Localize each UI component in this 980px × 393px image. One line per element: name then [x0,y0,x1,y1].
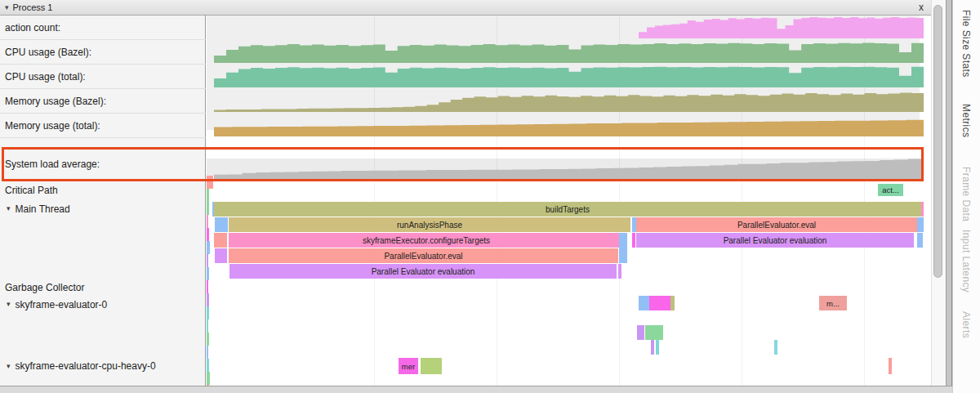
critical-path-event[interactable] [207,319,208,333]
trace-span[interactable] [917,217,924,232]
event-slice[interactable] [651,340,654,355]
critical-path-event[interactable] [207,202,209,215]
trace-span[interactable] [619,233,627,263]
track-label-panel: action count:CPU usage (Bazel):CPU usage… [0,16,206,386]
critical-path-slice-act[interactable]: act... [878,184,903,196]
critical-path-event[interactable] [207,176,213,189]
track-label-memory-usage-bazel: Memory usage (Bazel): [0,89,206,114]
track-label-critical-path: Critical Path [0,181,206,199]
counter-chart-action-count [639,17,924,38]
trace-span[interactable] [632,233,635,248]
critical-path-event[interactable] [207,306,209,319]
event-slice[interactable] [656,340,659,355]
critical-path-event[interactable] [207,293,209,306]
critical-path-event[interactable] [207,241,210,254]
process-title: Process 1 [13,2,53,12]
trace-span-parallel-evaluator-evaluation[interactable]: Parallel Evaluator evaluation [636,233,914,248]
counter-chart-mem-bazel [214,91,924,112]
tab-frame-data[interactable]: Frame Data [960,167,972,218]
critical-path-event[interactable] [207,359,209,372]
trace-span-buildtargets[interactable]: buildTargets [214,202,921,217]
track-label-action-count: action count: [0,16,206,40]
event-slice[interactable] [774,340,777,355]
expand-triangle-icon[interactable]: ▾ [7,363,11,370]
track-label-text: skyframe-evaluator-cpu-heavy-0 [16,360,156,372]
process-header[interactable]: ▾ Process 1 x [0,0,931,16]
trace-span-runanalysisphase[interactable]: runAnalysisPhase [229,217,630,232]
track-label-system-load-average: System load average: [0,148,206,181]
event-slice[interactable] [645,325,663,340]
event-slice-m[interactable]: m... [819,296,847,310]
trace-span[interactable] [921,202,924,217]
track-label-skyframe-evaluator-0[interactable]: ▾skyframe-evaluator-0 [0,296,206,313]
critical-path-event[interactable] [207,267,209,280]
event-slice[interactable] [637,325,644,340]
tab-file-size-stats[interactable]: File Size Stats [960,10,972,88]
critical-path-event[interactable] [207,254,208,267]
counter-chart-system-load [214,152,922,179]
expand-triangle-icon[interactable]: ▾ [7,301,11,308]
trace-span[interactable] [917,233,923,248]
trace-viewer: ▾ Process 1 x action count:CPU usage (Ba… [0,0,980,393]
track-label-text: Main Thread [16,203,70,215]
event-slice-mer[interactable]: mer [399,358,418,374]
vertical-scrollbar-thumb[interactable] [933,5,942,278]
counter-chart-cpu-total [214,66,924,87]
trace-span-parallelevaluator-eval[interactable]: ParallelEvaluator.eval [636,217,917,232]
trace-span[interactable] [215,217,228,232]
critical-path-event[interactable] [207,228,209,241]
critical-path-event[interactable] [207,280,208,293]
track-label-garbage-collector: Garbage Collector [0,280,206,295]
expand-triangle-icon[interactable]: ▾ [7,205,11,212]
tab-metrics[interactable]: Metrics [960,104,972,141]
track-label-text: System load average: [5,159,100,170]
counter-chart-mem-total [214,115,924,136]
critical-path-event[interactable] [207,189,209,202]
event-slice[interactable] [889,358,892,374]
trace-span-parallelevaluator-eval[interactable]: ParallelEvaluator.eval [229,248,618,263]
track-label-text: skyframe-evaluator-0 [16,299,108,310]
trace-span-parallel-evaluator-evaluation[interactable]: Parallel Evaluator evaluation [229,264,617,279]
right-tab-strip: File Size StatsMetricsFrame DataInput La… [952,0,980,393]
collapse-triangle-icon[interactable]: ▾ [5,4,9,11]
critical-path-event[interactable] [207,372,210,385]
trace-span[interactable] [618,264,621,279]
track-label-memory-usage-total: Memory usage (total): [0,114,206,138]
track-label-text: Memory usage (Bazel): [5,96,106,107]
track-label-main-thread[interactable]: ▾Main Thread [0,200,206,217]
track-label-text: Memory usage (total): [5,120,100,132]
trace-span[interactable] [214,233,227,248]
track-label-cpu-usage-total: CPU usage (total): [0,65,206,89]
event-slice[interactable] [639,296,649,310]
track-label-text: Critical Path [5,185,58,196]
trace-span-skyframeexecutor-configuretargets[interactable]: skyframeExecutor.configureTargets [229,233,624,248]
track-label-skyframe-evaluator-cpu-heavy-0[interactable]: ▾skyframe-evaluator-cpu-heavy-0 [0,357,206,375]
track-label-text: CPU usage (total): [5,71,86,83]
track-label-text: action count: [5,22,60,33]
timeline-canvas[interactable]: act...buildTargetsrunAnalysisPhaseParall… [207,16,931,386]
event-slice[interactable] [670,296,675,310]
track-label-text: Garbage Collector [5,282,84,293]
horizontal-scrollbar-track[interactable] [0,386,952,393]
critical-path-event[interactable] [207,333,209,346]
critical-path-event[interactable] [207,346,208,359]
track-label-cpu-usage-bazel: CPU usage (Bazel): [0,40,206,65]
track-label-text: CPU usage (Bazel): [5,47,91,58]
tab-input-latency[interactable]: Input Latency [960,230,972,292]
tab-alerts[interactable]: Alerts [960,311,972,344]
event-slice[interactable] [649,296,670,310]
trace-span[interactable] [215,248,227,263]
critical-path-event[interactable] [207,215,208,228]
panel-splitter[interactable] [946,0,952,393]
counter-chart-cpu-bazel [214,42,924,63]
close-icon[interactable]: x [919,2,924,13]
event-slice[interactable] [421,358,442,374]
